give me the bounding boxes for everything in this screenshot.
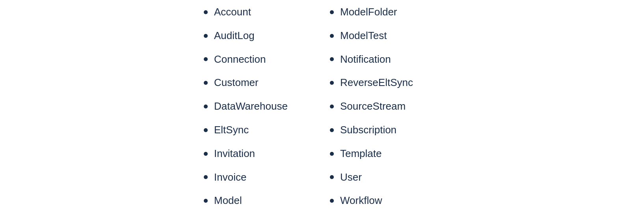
bullet-icon: [204, 175, 208, 179]
list-item-eltsync: EltSync: [196, 118, 322, 142]
list-item-modelfolder: ModelFolder: [322, 0, 448, 24]
item-label: EltSync: [214, 123, 249, 137]
bullet-icon: [330, 34, 334, 38]
bullet-icon: [204, 128, 208, 132]
list-item-connection: Connection: [196, 48, 322, 71]
list-item-sourcestream: SourceStream: [322, 95, 448, 118]
list-item-account: Account: [196, 0, 322, 24]
bullet-icon: [204, 81, 208, 85]
bullet-icon: [330, 175, 334, 179]
item-label: ReverseEltSync: [340, 76, 413, 90]
bullet-icon: [204, 199, 208, 203]
item-label: User: [340, 171, 362, 184]
list-item-template: Template: [322, 142, 448, 166]
bullet-icon: [204, 105, 208, 108]
bullet-icon: [330, 128, 334, 132]
item-label: Invitation: [214, 147, 255, 161]
item-label: Model: [214, 194, 242, 207]
bullet-icon: [330, 152, 334, 156]
list-item-model: Model: [196, 189, 322, 213]
list-item-datawarehouse: DataWarehouse: [196, 95, 322, 118]
item-label: Connection: [214, 53, 266, 66]
list-item-user: User: [322, 166, 448, 189]
item-label: Invoice: [214, 171, 246, 184]
list-item-auditlog: AuditLog: [196, 24, 322, 48]
column-left: AccountAuditLogConnectionCustomerDataWar…: [196, 0, 322, 213]
item-label: Notification: [340, 53, 391, 66]
item-label: Customer: [214, 76, 259, 90]
bullet-icon: [204, 10, 208, 14]
item-label: Subscription: [340, 123, 396, 137]
bullet-icon: [330, 10, 334, 14]
item-label: Account: [214, 6, 251, 19]
bullet-icon: [330, 199, 334, 203]
main-content: AccountAuditLogConnectionCustomerDataWar…: [0, 0, 644, 213]
list-item-customer: Customer: [196, 71, 322, 95]
bullet-icon: [330, 57, 334, 61]
list-item-invoice: Invoice: [196, 166, 322, 189]
item-label: Workflow: [340, 194, 382, 207]
item-label: Template: [340, 147, 382, 161]
bullet-icon: [330, 81, 334, 85]
list-item-modeltest: ModelTest: [322, 24, 448, 48]
list-item-notification: Notification: [322, 48, 448, 71]
bullet-icon: [204, 57, 208, 61]
item-label: SourceStream: [340, 100, 406, 113]
bullet-icon: [204, 34, 208, 38]
item-label: AuditLog: [214, 29, 255, 43]
bullet-icon: [330, 105, 334, 108]
bullet-icon: [204, 152, 208, 156]
item-label: ModelFolder: [340, 6, 397, 19]
item-label: ModelTest: [340, 29, 387, 43]
list-item-workflow: Workflow: [322, 189, 448, 213]
item-label: DataWarehouse: [214, 100, 288, 113]
column-right: ModelFolderModelTestNotificationReverseE…: [322, 0, 448, 213]
list-item-reverseeltsync: ReverseEltSync: [322, 71, 448, 95]
list-item-subscription: Subscription: [322, 118, 448, 142]
list-item-invitation: Invitation: [196, 142, 322, 166]
